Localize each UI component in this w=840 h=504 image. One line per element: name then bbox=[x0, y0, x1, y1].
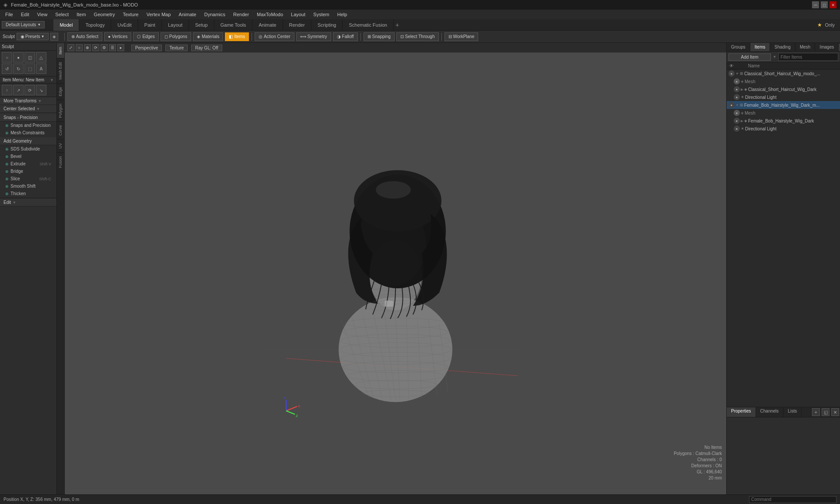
tab-channels[interactable]: Channels bbox=[756, 407, 784, 417]
move-btn[interactable]: ↑ bbox=[2, 85, 12, 95]
side-tab-mesh-edit[interactable]: Mesh Edit bbox=[57, 58, 64, 83]
auto-select-button[interactable]: ⊕ Auto Select bbox=[67, 32, 102, 41]
tree-item-light2[interactable]: ● ☀ Directional Light bbox=[727, 125, 840, 133]
slice-item[interactable]: ⊕ Slice Shift-C bbox=[0, 175, 56, 182]
eye-mesh1[interactable]: ● bbox=[734, 78, 740, 84]
tab-game-tools[interactable]: Game Tools bbox=[214, 19, 253, 31]
symmetry-button[interactable]: ⟺ Symmetry bbox=[296, 32, 331, 41]
snaps-precision-item[interactable]: ⊕ Snaps and Precision bbox=[0, 122, 56, 129]
action-center-button[interactable]: ◎ Action Center bbox=[255, 32, 294, 41]
tree-item-hair2[interactable]: ● ▶ ◈ Female_Bob_Hairstyle_Wig_Dark bbox=[727, 117, 840, 125]
only-label[interactable]: Only bbox=[825, 22, 835, 28]
tree-item-scene1[interactable]: ● ▼ ⊞ Classical_Short_Haircut_Wig_modo_.… bbox=[727, 70, 840, 77]
tab-lists[interactable]: Lists bbox=[784, 407, 802, 417]
eye-scene1[interactable]: ● bbox=[728, 70, 735, 77]
select-quad-btn[interactable]: ◫ bbox=[24, 52, 35, 63]
viewport-perspective-btn[interactable]: Perspective bbox=[131, 45, 162, 51]
snapping-button[interactable]: ⊞ Snapping bbox=[364, 32, 395, 41]
menu-geometry[interactable]: Geometry bbox=[90, 11, 118, 18]
vp-icon-4[interactable]: ⟳ bbox=[92, 44, 99, 51]
tree-item-hair1[interactable]: ● ▶ ◈ Classical_Short_Haircut_Wig_Dark bbox=[727, 85, 840, 93]
menu-vertex-map[interactable]: Vertex Map bbox=[143, 11, 175, 18]
menu-select[interactable]: Select bbox=[52, 11, 72, 18]
polygons-button[interactable]: ◻ Polygons bbox=[161, 32, 191, 41]
scale-btn[interactable]: ⟳ bbox=[24, 85, 35, 95]
smooth-shift-item[interactable]: ⊕ Smooth Shift bbox=[0, 182, 56, 190]
tab-scripting[interactable]: Scripting bbox=[312, 19, 343, 31]
side-tab-edge[interactable]: Edge bbox=[57, 83, 64, 100]
tab-animate[interactable]: Animate bbox=[252, 19, 283, 31]
vp-icon-3[interactable]: ⊕ bbox=[84, 44, 91, 51]
grid-btn[interactable]: ⬚ bbox=[24, 63, 35, 74]
tab-schematic-fusion[interactable]: Schematic Fusion bbox=[343, 19, 393, 31]
select-through-button[interactable]: ⊡ Select Through bbox=[396, 32, 439, 41]
side-tab-fusion[interactable]: Fusion bbox=[57, 152, 64, 172]
tree-item-light1[interactable]: ● ☀ Directional Light bbox=[727, 93, 840, 101]
items-button[interactable]: ◧ Items bbox=[225, 32, 248, 41]
rotate-cw-btn[interactable]: ↻ bbox=[13, 63, 24, 74]
bottom-panel-close-btn[interactable]: ✕ bbox=[831, 408, 839, 416]
menu-edit[interactable]: Edit bbox=[18, 11, 33, 18]
transform-btn[interactable]: ↘ bbox=[36, 85, 46, 95]
side-tab-uv[interactable]: UV bbox=[57, 139, 64, 152]
select-lasso-btn[interactable]: △ bbox=[36, 52, 46, 63]
snaps-header[interactable]: Snaps - Precision bbox=[0, 114, 56, 122]
viewport-texture-btn[interactable]: Texture bbox=[165, 45, 188, 51]
menu-item[interactable]: Item bbox=[73, 11, 89, 18]
add-tab-button[interactable]: + bbox=[396, 21, 399, 28]
eye-hair2[interactable]: ● bbox=[734, 118, 740, 124]
mesh-constraints-item[interactable]: ⊕ Mesh Constraints bbox=[0, 129, 56, 136]
materials-button[interactable]: ◈ Materials bbox=[193, 32, 224, 41]
eye-light1[interactable]: ● bbox=[734, 94, 740, 100]
eye-scene2[interactable]: ● bbox=[728, 102, 735, 108]
tab-model[interactable]: Model bbox=[53, 19, 79, 31]
menu-file[interactable]: File bbox=[2, 11, 17, 18]
tab-uvedit[interactable]: UvEdit bbox=[111, 19, 138, 31]
menu-layout[interactable]: Layout bbox=[287, 11, 309, 18]
tab-images[interactable]: Images bbox=[815, 43, 839, 51]
presets-button[interactable]: ◉ Presets ▼ bbox=[17, 33, 49, 40]
select-circle-btn[interactable]: ○ bbox=[2, 52, 12, 63]
center-selected-header[interactable]: Center Selected ▼ bbox=[0, 105, 56, 113]
menu-animate[interactable]: Animate bbox=[175, 11, 200, 18]
side-tab-curve[interactable]: Curve bbox=[57, 121, 64, 139]
text-btn[interactable]: A bbox=[36, 63, 46, 74]
tab-shading[interactable]: Shading bbox=[770, 43, 795, 51]
tab-topology[interactable]: Topology bbox=[79, 19, 111, 31]
menu-render[interactable]: Render bbox=[230, 11, 252, 18]
tab-paint[interactable]: Paint bbox=[138, 19, 162, 31]
select-fill-btn[interactable]: ● bbox=[13, 52, 24, 63]
vp-icon-1[interactable]: ⤢ bbox=[67, 44, 74, 51]
tab-items[interactable]: Items bbox=[750, 43, 770, 51]
tab-render[interactable]: Render bbox=[283, 19, 312, 31]
add-geometry-header[interactable]: Add Geometry bbox=[0, 137, 56, 145]
bottom-panel-expand-btn[interactable]: ◱ bbox=[822, 408, 830, 416]
filter-items-input[interactable] bbox=[778, 53, 838, 61]
bottom-panel-add-btn[interactable]: + bbox=[812, 408, 820, 416]
side-tab-polygon[interactable]: Polygon bbox=[57, 100, 64, 122]
menu-dynamics[interactable]: Dynamics bbox=[201, 11, 229, 18]
vp-icon-7[interactable]: ▸ bbox=[117, 44, 124, 51]
minimize-button[interactable]: ─ bbox=[812, 1, 819, 8]
command-input[interactable] bbox=[749, 496, 836, 503]
viewport[interactable]: ⤢ ○ ⊕ ⟳ ⚙ ☰ ▸ Perspective Texture Ray GL… bbox=[65, 43, 726, 494]
tree-item-mesh2[interactable]: ● ◈ Mesh bbox=[727, 109, 840, 117]
bridge-item[interactable]: ⊕ Bridge bbox=[0, 168, 56, 175]
eye-light2[interactable]: ● bbox=[734, 126, 740, 132]
viewport-raygl-btn[interactable]: Ray GL: Off bbox=[191, 45, 222, 51]
vertices-button[interactable]: ● Vertices bbox=[104, 32, 132, 41]
tab-layout[interactable]: Layout bbox=[162, 19, 189, 31]
tree-item-scene2[interactable]: ● ▼ ⊞ Female_Bob_Hairstyle_Wig_Dark_m... bbox=[727, 101, 840, 109]
more-transforms-header[interactable]: More Transforms ▼ bbox=[0, 97, 56, 105]
extrude-item[interactable]: ⊕ Extrude Shift V bbox=[0, 160, 56, 168]
falloff-button[interactable]: ◑ Falloff bbox=[333, 32, 358, 41]
vp-icon-6[interactable]: ☰ bbox=[109, 44, 116, 51]
vp-icon-5[interactable]: ⚙ bbox=[101, 44, 108, 51]
menu-system[interactable]: System bbox=[310, 11, 333, 18]
eye-mesh2[interactable]: ● bbox=[734, 110, 740, 116]
thicken-item[interactable]: ⊕ Thicken bbox=[0, 190, 56, 197]
menu-view[interactable]: View bbox=[34, 11, 51, 18]
workplane-button[interactable]: ⊟ WorkPlane bbox=[444, 32, 479, 41]
tab-setup[interactable]: Setup bbox=[189, 19, 214, 31]
maximize-button[interactable]: □ bbox=[821, 1, 828, 8]
